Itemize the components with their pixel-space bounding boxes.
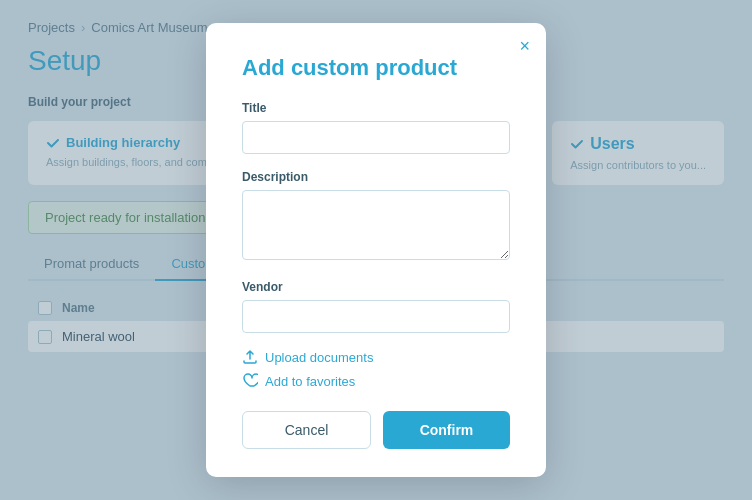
heart-icon: [242, 373, 258, 389]
add-custom-product-modal: × Add custom product Title Description V…: [206, 23, 546, 477]
modal-actions: Cancel Confirm: [242, 411, 510, 449]
description-label: Description: [242, 170, 510, 184]
action-links: Upload documents Add to favorites: [242, 349, 510, 389]
title-input[interactable]: [242, 121, 510, 154]
modal-overlay: × Add custom product Title Description V…: [0, 0, 752, 500]
cancel-button[interactable]: Cancel: [242, 411, 371, 449]
vendor-label: Vendor: [242, 280, 510, 294]
title-field-group: Title: [242, 101, 510, 154]
modal-close-button[interactable]: ×: [519, 37, 530, 55]
modal-title: Add custom product: [242, 55, 510, 81]
description-input[interactable]: [242, 190, 510, 260]
description-field-group: Description: [242, 170, 510, 264]
confirm-button[interactable]: Confirm: [383, 411, 510, 449]
upload-label: Upload documents: [265, 350, 373, 365]
vendor-input[interactable]: [242, 300, 510, 333]
vendor-field-group: Vendor: [242, 280, 510, 333]
upload-icon: [242, 349, 258, 365]
upload-documents-link[interactable]: Upload documents: [242, 349, 510, 365]
title-label: Title: [242, 101, 510, 115]
favorites-label: Add to favorites: [265, 374, 355, 389]
add-to-favorites-link[interactable]: Add to favorites: [242, 373, 510, 389]
